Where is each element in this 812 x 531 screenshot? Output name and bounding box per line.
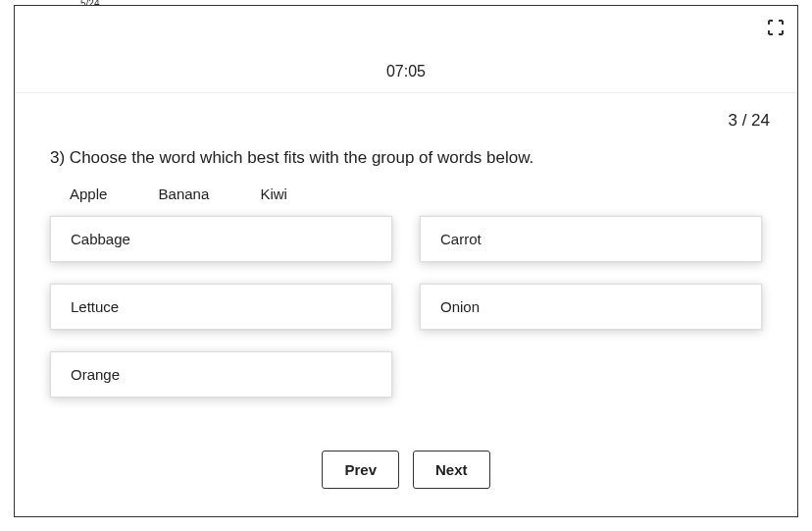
option-carrot[interactable]: Carrot <box>420 216 762 262</box>
nav-buttons: Prev Next <box>15 451 797 489</box>
example-word: Banana <box>159 186 210 202</box>
option-cabbage[interactable]: Cabbage <box>50 216 392 262</box>
question-number: 3) <box>50 148 65 167</box>
question-text: 3) Choose the word which best fits with … <box>50 148 762 168</box>
question-block: 3) Choose the word which best fits with … <box>15 131 797 398</box>
example-words: Apple Banana Kiwi <box>50 186 762 202</box>
fullscreen-icon[interactable] <box>768 20 784 35</box>
example-word: Kiwi <box>260 186 287 202</box>
example-word: Apple <box>70 186 107 202</box>
next-button[interactable]: Next <box>413 451 490 489</box>
prev-button[interactable]: Prev <box>322 451 399 489</box>
question-progress: 3 / 24 <box>15 93 797 131</box>
options-grid: Cabbage Carrot Lettuce Onion Orange <box>50 216 762 398</box>
quiz-container: 07:05 3 / 24 3) Choose the word which be… <box>14 5 798 517</box>
option-onion[interactable]: Onion <box>420 284 762 330</box>
question-prompt: Choose the word which best fits with the… <box>70 148 533 167</box>
timer-display: 07:05 <box>15 6 797 93</box>
option-orange[interactable]: Orange <box>50 351 392 398</box>
option-lettuce[interactable]: Lettuce <box>50 284 392 330</box>
